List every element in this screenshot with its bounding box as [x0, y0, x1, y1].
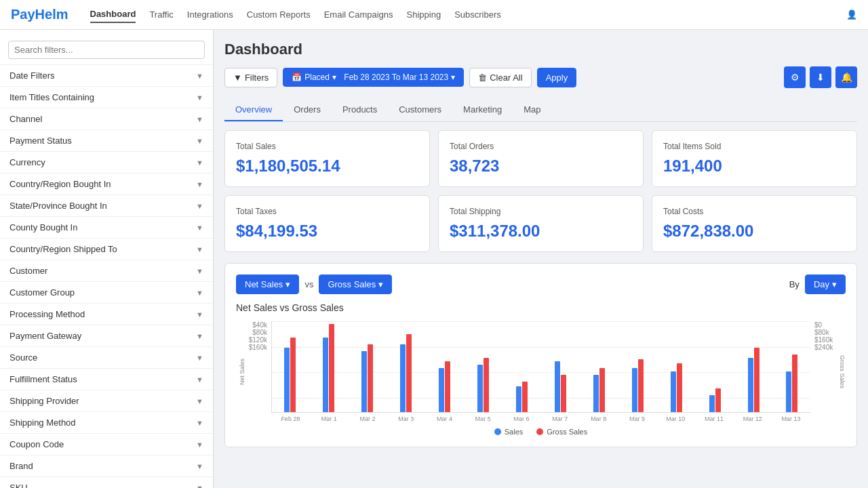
main-layout: Date Filters▼Item Titles Containing▼Chan…	[0, 30, 868, 488]
bar-sales	[671, 371, 676, 412]
apply-button[interactable]: Apply	[537, 68, 577, 87]
x-label: Mar 11	[695, 415, 734, 422]
tab-products[interactable]: Products	[332, 99, 388, 121]
nav-item-subscribers[interactable]: Subscribers	[454, 7, 501, 22]
filter-item-county-bought-in[interactable]: County Bought In▼	[0, 217, 213, 239]
x-label: Mar 13	[772, 415, 810, 422]
y-tick-left: $160k	[245, 344, 267, 351]
y-tick-right: $0	[814, 321, 836, 329]
filter-item-currency[interactable]: Currency▼	[0, 152, 213, 174]
stat-label: Total Orders	[450, 142, 632, 151]
chart-controls-right: By Day ▾	[789, 274, 846, 294]
filter-item-date-filters[interactable]: Date Filters▼	[0, 65, 213, 87]
tabs-container: OverviewOrdersProductsCustomersMarketing…	[224, 99, 857, 122]
chart-legend: Sales Gross Sales	[236, 428, 846, 436]
filter-item-fulfillment-status[interactable]: Fulfillment Status▼	[0, 369, 213, 390]
user-menu[interactable]: 👤	[846, 9, 857, 20]
x-label: Mar 3	[387, 415, 425, 422]
bar-sales	[632, 368, 637, 412]
y-tick-right: $160k	[814, 336, 836, 344]
bar-gross	[715, 388, 721, 412]
chevron-icon: ▼	[196, 224, 203, 232]
chevron-icon: ▼	[196, 375, 203, 384]
bar-sales	[361, 351, 367, 412]
settings-button[interactable]: ⚙	[784, 66, 806, 88]
chevron-icon: ▼	[196, 397, 203, 405]
filter-item-payment-status[interactable]: Payment Status▼	[0, 130, 213, 152]
gross-sales-label: Gross Sales	[328, 279, 376, 289]
y-tick-left: $80k	[245, 329, 267, 336]
search-input[interactable]	[8, 41, 205, 59]
nav-item-shipping[interactable]: Shipping	[407, 7, 441, 22]
bar-group	[774, 354, 810, 412]
download-button[interactable]: ⬇	[810, 66, 831, 88]
tab-map[interactable]: Map	[513, 99, 551, 121]
filter-item-payment-gateway[interactable]: Payment Gateway▼	[0, 325, 213, 347]
filter-item-shipping-provider[interactable]: Shipping Provider▼	[0, 390, 213, 412]
chart-title: Net Sales vs Gross Sales	[236, 302, 846, 313]
brand-logo[interactable]: PayHelm	[11, 7, 68, 22]
filter-item-state-province-bought-in[interactable]: State/Province Bought In▼	[0, 195, 213, 217]
bar-sales	[786, 371, 791, 412]
x-label: Mar 12	[733, 415, 772, 422]
filter-item-sku[interactable]: SKU▼	[0, 477, 213, 488]
y-axis-left: $40k$80k$120k$160k	[245, 321, 271, 365]
chart-bars-area: Feb 28Mar 1Mar 2Mar 3Mar 4Mar 5Mar 6Mar …	[271, 321, 810, 422]
filter-item-customer-group[interactable]: Customer Group▼	[0, 282, 213, 304]
bar-gross	[445, 361, 450, 412]
day-button[interactable]: Day ▾	[805, 274, 846, 294]
filters-button[interactable]: ▼ Filters	[224, 68, 277, 87]
filter-item-processing-method[interactable]: Processing Method▼	[0, 304, 213, 325]
tab-overview[interactable]: Overview	[224, 99, 283, 121]
y-tick-left: $120k	[245, 336, 267, 344]
bar-gross	[290, 338, 296, 412]
bar-group	[696, 388, 733, 412]
filter-item-item-titles-containing[interactable]: Item Titles Containing▼	[0, 87, 213, 108]
nav-item-traffic[interactable]: Traffic	[149, 7, 173, 22]
gross-dot	[536, 428, 543, 435]
nav-item-integrations[interactable]: Integrations	[187, 7, 233, 22]
bar-gross	[638, 359, 644, 412]
filter-item-brand[interactable]: Brand▼	[0, 455, 213, 477]
tab-customers[interactable]: Customers	[388, 99, 452, 121]
nav-item-custom-reports[interactable]: Custom Reports	[247, 7, 311, 22]
stat-value: $311,378.00	[450, 222, 632, 241]
stat-value: 38,723	[450, 157, 632, 176]
filter-item-channel[interactable]: Channel▼	[0, 108, 213, 130]
filter-item-shipping-method[interactable]: Shipping Method▼	[0, 412, 213, 434]
tab-orders[interactable]: Orders	[283, 99, 332, 121]
bar-sales	[323, 338, 328, 412]
tab-marketing[interactable]: Marketing	[452, 99, 513, 121]
chevron-icon: ▼	[196, 94, 203, 102]
filter-item-country-region-shipped-to[interactable]: Country/Region Shipped To▼	[0, 239, 213, 260]
chevron-icon: ▼	[196, 419, 203, 427]
nav-item-dashboard[interactable]: Dashboard	[90, 6, 136, 23]
filter-label: Customer Group	[9, 287, 75, 298]
nav-item-email-campaigns[interactable]: Email Campaigns	[324, 7, 393, 22]
bar-gross	[484, 358, 489, 412]
notification-button[interactable]: 🔔	[835, 66, 857, 88]
gross-sales-button[interactable]: Gross Sales ▾	[319, 274, 392, 294]
filter-item-customer[interactable]: Customer▼	[0, 260, 213, 282]
filter-item-coupon-code[interactable]: Coupon Code▼	[0, 434, 213, 455]
bar-group	[735, 348, 772, 412]
filter-label: Country/Region Bought In	[9, 179, 111, 189]
net-sales-button[interactable]: Net Sales ▾	[236, 274, 299, 294]
placed-button[interactable]: 📅 Placed ▾ Feb 28 2023 To Mar 13 2023 ▾	[283, 68, 464, 87]
calendar-icon: 📅	[292, 73, 302, 82]
bar-group	[349, 344, 386, 412]
stat-card-total-orders: Total Orders 38,723	[438, 130, 644, 187]
page-title: Dashboard	[224, 41, 857, 58]
filter-list: Date Filters▼Item Titles Containing▼Chan…	[0, 65, 213, 488]
bar-group	[272, 338, 309, 412]
filter-item-source[interactable]: Source▼	[0, 347, 213, 369]
bar-group	[504, 382, 540, 412]
bar-sales	[439, 368, 444, 412]
stat-card-total-items-sold: Total Items Sold 191,400	[652, 130, 857, 187]
clear-all-button[interactable]: 🗑 Clear All	[469, 68, 531, 87]
y-tick-left: $40k	[245, 321, 267, 329]
filter-label: Payment Gateway	[9, 331, 81, 341]
filter-item-country-region-bought-in[interactable]: Country/Region Bought In▼	[0, 174, 213, 195]
y-tick-right: $240k	[814, 344, 836, 351]
chevron-icon: ▼	[196, 245, 203, 253]
